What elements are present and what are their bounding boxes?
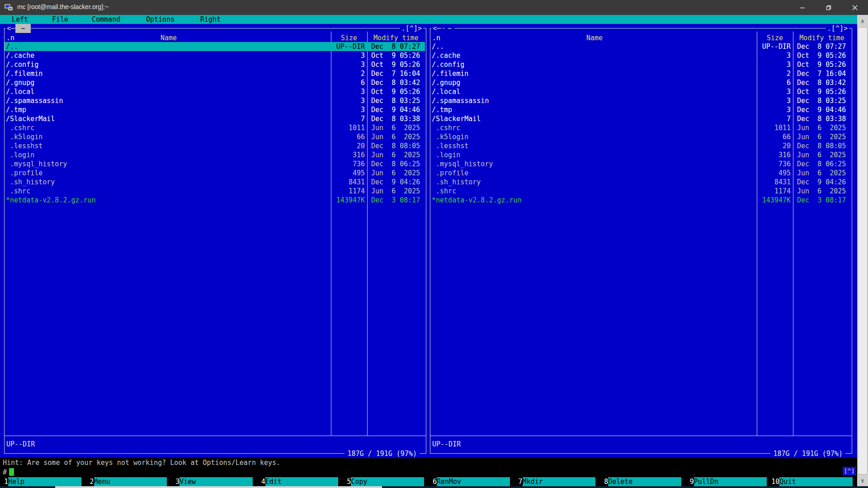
file-row[interactable]: .cshrc1011Jun 6 2025 xyxy=(430,123,851,132)
file-row[interactable]: /.cache3Oct 9 05:26 xyxy=(5,51,425,60)
file-size: 1174 xyxy=(285,187,365,196)
file-size: 2 xyxy=(711,69,791,78)
window-controls xyxy=(789,0,868,15)
file-row[interactable]: /.spamassassin3Dec 8 03:25 xyxy=(430,96,851,105)
file-mtime: Oct 9 05:26 xyxy=(797,60,846,69)
file-row[interactable]: /.local3Oct 9 05:26 xyxy=(430,87,851,96)
fkey-menu[interactable]: 2Menu xyxy=(86,477,172,486)
fkey-help[interactable]: 1Help xyxy=(0,477,86,486)
file-row[interactable]: .sh_history8431Dec 9 04:26 xyxy=(5,178,425,187)
fkey-delete[interactable]: 8Delete xyxy=(600,477,686,486)
file-size: 2 xyxy=(285,69,365,78)
fkey-quit[interactable]: 10Quit xyxy=(771,477,857,486)
file-row[interactable]: *netdata-v2.8.2.gz.run143947KDec 3 08:17 xyxy=(430,196,851,205)
file-row[interactable]: .login316Jun 6 2025 xyxy=(5,150,425,160)
file-row[interactable]: /SlackerMail7Dec 8 03:38 xyxy=(5,114,425,123)
file-row[interactable]: /..UP--DIRDec 8 07:27 xyxy=(5,42,425,51)
file-name: .shrc xyxy=(6,187,30,196)
file-row[interactable]: .k5login66Jun 6 2025 xyxy=(430,132,851,141)
file-size: 495 xyxy=(285,169,365,178)
file-row[interactable]: /.config3Oct 9 05:26 xyxy=(430,60,851,69)
file-name: /.cache xyxy=(432,51,460,60)
file-row[interactable]: /.local3Oct 9 05:26 xyxy=(5,87,425,96)
file-row[interactable]: .lesshst20Dec 8 08:05 xyxy=(430,141,851,150)
file-row[interactable]: .sh_history8431Dec 9 04:26 xyxy=(430,178,851,187)
file-name: /.spamassassin xyxy=(432,96,489,105)
file-name: *netdata-v2.8.2.gz.run xyxy=(432,196,522,205)
fkey-mkdir[interactable]: 7Mkdir xyxy=(514,477,600,486)
file-row[interactable]: /.filemin2Dec 7 16:04 xyxy=(5,69,425,78)
fkey-renmov[interactable]: 6RenMov xyxy=(429,477,514,486)
window-title: mc [root@mail.the-slacker.org]:~ xyxy=(17,3,108,10)
file-mtime: Oct 9 05:26 xyxy=(371,51,420,60)
menu-left[interactable]: Left xyxy=(12,15,28,24)
file-name: *netdata-v2.8.2.gz.run xyxy=(6,196,96,205)
menu-right[interactable]: Right xyxy=(200,15,221,24)
file-row[interactable]: /.tmp3Dec 9 04:46 xyxy=(5,105,425,114)
file-size: 316 xyxy=(285,150,365,160)
menu-file[interactable]: File xyxy=(52,15,68,24)
file-name: .login xyxy=(432,150,460,160)
file-size: 1011 xyxy=(711,123,791,132)
file-row[interactable]: /.filemin2Dec 7 16:04 xyxy=(430,69,851,78)
file-name: .sh_history xyxy=(432,178,481,187)
file-row[interactable]: .k5login66Jun 6 2025 xyxy=(5,132,425,141)
file-row[interactable]: /.gnupg6Dec 8 03:42 xyxy=(5,78,425,87)
file-row[interactable]: .shrc1174Jun 6 2025 xyxy=(5,187,425,196)
file-mtime: Dec 9 04:46 xyxy=(371,105,420,114)
file-row[interactable]: /.gnupg6Dec 8 03:42 xyxy=(430,78,851,87)
file-mtime: Dec 3 08:17 xyxy=(371,196,420,205)
file-name: /.filemin xyxy=(432,69,468,78)
file-mtime: Dec 8 03:38 xyxy=(371,114,420,123)
file-name: /.local xyxy=(6,87,34,96)
terminal-scrollbar[interactable]: ∧ ∨ xyxy=(857,15,868,486)
file-row[interactable]: /SlackerMail7Dec 8 03:38 xyxy=(430,114,851,123)
file-name: .profile xyxy=(6,169,42,178)
panels-toggle-badge[interactable]: [^] xyxy=(843,467,856,475)
file-row[interactable]: .mysql_history736Dec 8 06:25 xyxy=(5,160,425,169)
menu-command[interactable]: Command xyxy=(92,15,120,24)
file-row[interactable]: .shrc1174Jun 6 2025 xyxy=(430,187,851,196)
file-mtime: Dec 8 07:27 xyxy=(371,42,420,51)
file-row[interactable]: .lesshst20Dec 8 08:05 xyxy=(5,141,425,150)
file-row[interactable]: .cshrc1011Jun 6 2025 xyxy=(5,123,425,132)
file-name: .cshrc xyxy=(432,123,460,132)
file-size: 3 xyxy=(285,87,365,96)
file-size: 3 xyxy=(285,96,365,105)
panel-separator xyxy=(430,436,852,436)
restore-button[interactable] xyxy=(816,0,842,15)
scrollbar-down-icon[interactable]: ∨ xyxy=(857,474,868,486)
shell-prompt[interactable]: # xyxy=(3,468,14,477)
file-name: .mysql_history xyxy=(432,160,493,169)
scrollbar-thumb[interactable] xyxy=(858,27,868,474)
minimize-button[interactable] xyxy=(789,0,816,15)
disk-usage: 187G / 191G (97%) xyxy=(344,449,420,458)
file-size: 3 xyxy=(711,60,791,69)
file-row[interactable]: .profile495Jun 6 2025 xyxy=(430,169,851,178)
file-name: /.spamassassin xyxy=(6,96,63,105)
file-name: .shrc xyxy=(432,187,456,196)
file-row[interactable]: .mysql_history736Dec 8 06:25 xyxy=(430,160,851,169)
file-row[interactable]: /.cache3Oct 9 05:26 xyxy=(430,51,851,60)
fkey-view[interactable]: 3View xyxy=(171,477,257,486)
fkey-pulldn[interactable]: 9PullDn xyxy=(686,477,772,486)
file-row[interactable]: /.spamassassin3Dec 8 03:25 xyxy=(5,96,425,105)
close-button[interactable] xyxy=(842,0,868,15)
file-row[interactable]: /.tmp3Dec 9 04:46 xyxy=(430,105,851,114)
menu-options[interactable]: Options xyxy=(146,15,175,24)
file-row[interactable]: .login316Jun 6 2025 xyxy=(430,150,851,160)
file-mtime: Oct 9 05:26 xyxy=(371,60,420,69)
file-mtime: Jun 6 2025 xyxy=(797,150,846,160)
file-size: 6 xyxy=(285,78,365,87)
file-row[interactable]: *netdata-v2.8.2.gz.run143947KDec 3 08:17 xyxy=(5,196,425,205)
file-mtime: Dec 7 16:04 xyxy=(371,69,420,78)
fkey-copy[interactable]: 5Copy xyxy=(343,477,429,486)
file-size: 7 xyxy=(285,114,365,123)
file-row[interactable]: .profile495Jun 6 2025 xyxy=(5,169,425,178)
fkey-edit[interactable]: 4Edit xyxy=(257,477,343,486)
file-row[interactable]: /.config3Oct 9 05:26 xyxy=(5,60,425,69)
file-name: /.tmp xyxy=(432,105,452,114)
scrollbar-up-icon[interactable]: ∧ xyxy=(857,15,868,27)
file-size: 3 xyxy=(285,105,365,114)
file-row[interactable]: /..UP--DIRDec 8 07:27 xyxy=(430,42,851,51)
